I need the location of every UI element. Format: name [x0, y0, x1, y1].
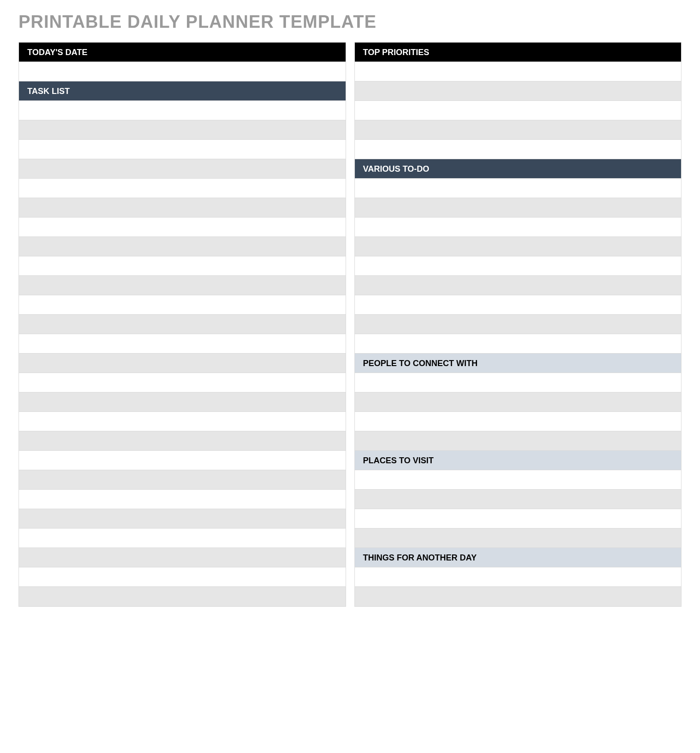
planner-row[interactable] — [19, 529, 346, 548]
planner-row[interactable] — [355, 62, 681, 81]
planner-row[interactable] — [19, 431, 346, 451]
planner-row[interactable] — [19, 470, 346, 490]
planner-row[interactable] — [355, 567, 681, 587]
planner-row[interactable] — [19, 315, 346, 334]
section-header: VARIOUS TO-DO — [355, 159, 681, 179]
planner-row[interactable] — [19, 451, 346, 470]
planner-row[interactable] — [19, 62, 346, 81]
section-header: PLACES TO VISIT — [355, 451, 681, 470]
planner-row[interactable] — [355, 218, 681, 237]
planner-row[interactable] — [19, 587, 346, 606]
planner-row[interactable] — [355, 490, 681, 509]
planner-row[interactable] — [19, 179, 346, 198]
planner-row[interactable] — [355, 256, 681, 276]
planner-row[interactable] — [19, 354, 346, 373]
planner-page: PRINTABLE DAILY PLANNER TEMPLATE TODAY'S… — [0, 0, 700, 625]
planner-row[interactable] — [19, 295, 346, 315]
planner-row[interactable] — [19, 140, 346, 159]
section-header: TOP PRIORITIES — [355, 43, 681, 62]
planner-row[interactable] — [19, 334, 346, 354]
planner-columns: TODAY'S DATETASK LIST TOP PRIORITIESVARI… — [19, 42, 681, 607]
planner-row[interactable] — [19, 237, 346, 256]
planner-row[interactable] — [355, 81, 681, 101]
planner-row[interactable] — [355, 431, 681, 451]
left-column: TODAY'S DATETASK LIST — [19, 42, 346, 607]
planner-row[interactable] — [355, 392, 681, 412]
planner-row[interactable] — [355, 295, 681, 315]
right-column: TOP PRIORITIESVARIOUS TO-DOPEOPLE TO CON… — [354, 42, 682, 607]
planner-row[interactable] — [19, 567, 346, 587]
planner-row[interactable] — [355, 529, 681, 548]
planner-row[interactable] — [355, 587, 681, 606]
planner-row[interactable] — [355, 470, 681, 490]
section-header: TODAY'S DATE — [19, 43, 346, 62]
planner-row[interactable] — [355, 509, 681, 529]
planner-row[interactable] — [355, 276, 681, 295]
planner-row[interactable] — [19, 548, 346, 567]
planner-row[interactable] — [355, 334, 681, 354]
planner-row[interactable] — [19, 373, 346, 392]
planner-row[interactable] — [19, 120, 346, 140]
section-header: TASK LIST — [19, 81, 346, 101]
planner-row[interactable] — [19, 276, 346, 295]
planner-row[interactable] — [355, 237, 681, 256]
planner-row[interactable] — [355, 315, 681, 334]
planner-row[interactable] — [355, 412, 681, 431]
planner-row[interactable] — [19, 412, 346, 431]
planner-row[interactable] — [19, 509, 346, 529]
planner-row[interactable] — [355, 101, 681, 120]
planner-row[interactable] — [355, 373, 681, 392]
planner-row[interactable] — [355, 198, 681, 218]
section-header: PEOPLE TO CONNECT WITH — [355, 354, 681, 373]
planner-row[interactable] — [19, 490, 346, 509]
planner-row[interactable] — [19, 159, 346, 179]
planner-row[interactable] — [19, 256, 346, 276]
planner-row[interactable] — [355, 179, 681, 198]
planner-row[interactable] — [19, 101, 346, 120]
planner-row[interactable] — [355, 120, 681, 140]
page-title: PRINTABLE DAILY PLANNER TEMPLATE — [19, 12, 681, 32]
planner-row[interactable] — [355, 140, 681, 159]
planner-row[interactable] — [19, 218, 346, 237]
planner-row[interactable] — [19, 198, 346, 218]
planner-row[interactable] — [19, 392, 346, 412]
section-header: THINGS FOR ANOTHER DAY — [355, 548, 681, 567]
